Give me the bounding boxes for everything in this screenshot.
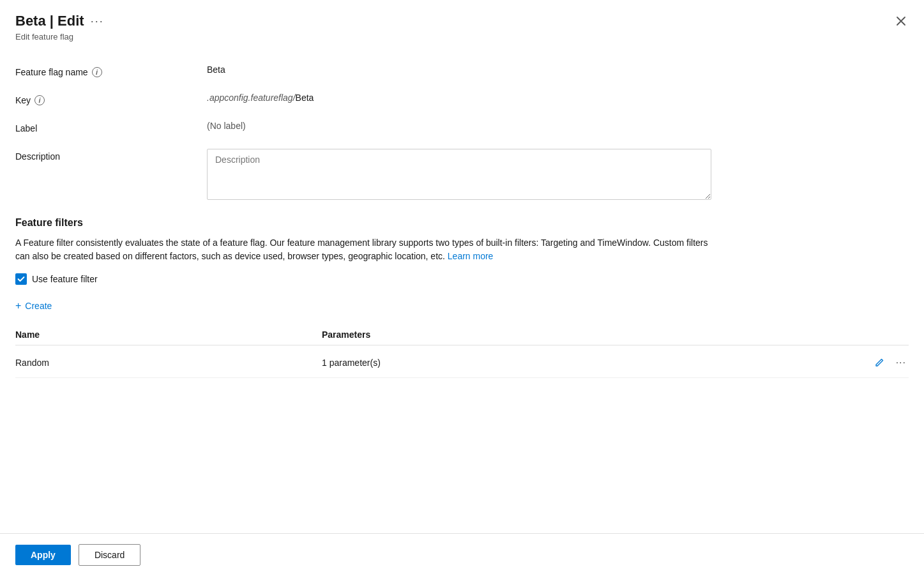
label-row: Label (No label)	[15, 121, 909, 133]
description-label: Description	[15, 149, 207, 162]
label-label: Label	[15, 121, 207, 133]
row-name: Random	[15, 358, 322, 368]
panel-footer: Apply Discard	[0, 533, 924, 576]
table-row: Random 1 parameter(s) ···	[15, 348, 909, 378]
use-feature-filter-checkbox[interactable]	[15, 273, 27, 285]
plus-icon: +	[15, 300, 21, 312]
use-feature-filter-row: Use feature filter	[15, 273, 909, 285]
filters-table: Name Parameters Random 1 parameter(s) ··…	[15, 324, 909, 378]
learn-more-link[interactable]: Learn more	[448, 251, 494, 261]
col-name-header: Name	[15, 330, 322, 340]
panel-content: Feature flag name i Beta Key i .appconfi…	[0, 49, 924, 533]
feature-filters-title: Feature filters	[15, 217, 909, 229]
key-info-icon[interactable]: i	[34, 95, 45, 105]
description-row: Description	[15, 149, 909, 202]
apply-button[interactable]: Apply	[15, 545, 71, 565]
feature-flag-name-value: Beta	[207, 64, 909, 75]
table-header: Name Parameters	[15, 324, 909, 345]
edit-row-button[interactable]	[872, 355, 887, 370]
close-button[interactable]	[893, 13, 909, 29]
feature-flag-name-info-icon[interactable]: i	[92, 67, 102, 77]
col-params-header: Parameters	[322, 330, 909, 340]
feature-filters-description: A Feature filter consistently evaluates …	[15, 236, 718, 263]
key-label: Key i	[15, 93, 207, 105]
description-field-wrapper	[207, 149, 909, 202]
more-dots: ···	[896, 357, 906, 368]
label-value: (No label)	[207, 121, 909, 131]
more-row-button[interactable]: ···	[893, 354, 909, 371]
edit-panel: Beta | Edit ··· Edit feature flag Featur…	[0, 0, 924, 576]
panel-title-left: Beta | Edit ···	[15, 13, 104, 29]
panel-subtitle: Edit feature flag	[15, 32, 909, 42]
more-options-icon[interactable]: ···	[91, 15, 104, 28]
panel-title: Beta | Edit	[15, 13, 84, 29]
description-input[interactable]	[207, 149, 711, 200]
discard-button[interactable]: Discard	[79, 544, 140, 566]
panel-header: Beta | Edit ··· Edit feature flag	[0, 0, 924, 49]
row-actions: ···	[872, 354, 909, 371]
key-value: .appconfig.featureflag/Beta	[207, 93, 909, 103]
use-feature-filter-label: Use feature filter	[32, 274, 98, 284]
feature-filters-description-text: A Feature filter consistently evaluates …	[15, 238, 708, 261]
feature-flag-name-row: Feature flag name i Beta	[15, 64, 909, 77]
key-prefix: .appconfig.featureflag/	[207, 93, 296, 103]
row-params: 1 parameter(s)	[322, 358, 872, 368]
key-name: Beta	[296, 93, 314, 103]
create-filter-button[interactable]: + Create	[15, 298, 52, 314]
feature-flag-name-label: Feature flag name i	[15, 64, 207, 77]
key-row: Key i .appconfig.featureflag/Beta	[15, 93, 909, 105]
create-filter-label: Create	[25, 301, 52, 311]
